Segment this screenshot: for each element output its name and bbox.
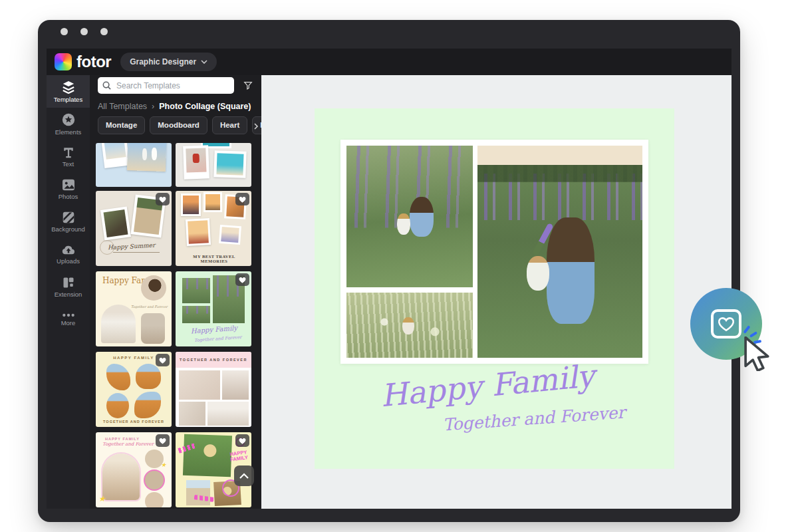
heart-icon — [159, 357, 166, 364]
decorative-photo — [106, 393, 129, 418]
decorative-photo — [100, 143, 130, 168]
mode-label: Graphic Designer — [130, 57, 196, 66]
decorative-photo — [100, 206, 131, 240]
decorative-photo — [141, 275, 166, 301]
thumbnail-caption: MY BEST TRAVEL MEMORIES — [180, 254, 249, 263]
heart-frame-icon — [711, 309, 741, 338]
collage-photo-bottom-left[interactable] — [346, 293, 473, 358]
decorative-photo — [136, 364, 161, 389]
collage-frame[interactable] — [340, 140, 648, 364]
template-thumbnail-beach-blue[interactable] — [96, 143, 172, 187]
heart-icon — [718, 316, 735, 332]
heart-icon — [239, 438, 246, 444]
decorative-photo — [203, 192, 222, 212]
sidebar-item-extension[interactable]: Extension — [47, 271, 90, 303]
collage-photo-top-left[interactable] — [346, 146, 473, 287]
template-thumbnail-lupine-mint[interactable]: Happy Family Together and Forever — [176, 271, 251, 346]
template-thumbnail-beach-polaroids[interactable] — [176, 143, 251, 187]
heart-icon — [239, 277, 246, 283]
window-control-dot[interactable] — [100, 28, 108, 35]
thumbnail-caption: Happy Summer — [108, 241, 168, 251]
decorative-photo — [145, 492, 164, 507]
favorite-badge[interactable] — [235, 434, 249, 447]
favorite-badge[interactable] — [156, 193, 170, 205]
decorative-photo — [181, 194, 201, 216]
decorative-photo — [145, 471, 164, 489]
decorative-photo — [183, 434, 232, 477]
sidebar-item-text[interactable]: Text — [47, 140, 90, 173]
sidebar-item-uploads[interactable]: Uploads — [47, 238, 90, 271]
thumbnail-caption: Happy Family — [184, 324, 245, 335]
thumbnail-caption: HAPPY FAMILY — [227, 450, 251, 463]
decorative-photo — [106, 364, 130, 390]
decorative-photo — [222, 370, 249, 400]
decorative-photo — [101, 305, 136, 343]
decorative-photo — [219, 225, 241, 245]
favorite-badge[interactable] — [156, 354, 170, 366]
thumbnail-caption: HAPPY FAMILY — [105, 437, 140, 441]
favorite-badge[interactable] — [235, 193, 249, 205]
desktop: fotor Graphic Designer Templates — [0, 0, 798, 532]
app-window: fotor Graphic Designer Templates — [38, 20, 740, 522]
decorative-photo — [127, 143, 167, 172]
text-icon — [63, 146, 74, 158]
heart-icon — [239, 196, 246, 203]
mouse-cursor-icon — [743, 336, 774, 371]
decorative-photo — [186, 480, 210, 505]
design-canvas[interactable]: Happy Family Together and Forever — [261, 75, 732, 509]
template-thumbnail-poppy-field[interactable]: HAPPY FAMILY TOGETHER AND FOREVER — [96, 352, 172, 427]
photo-icon — [62, 179, 75, 191]
tool-sidebar: Templates Elements Text Photos — [47, 75, 90, 509]
thumbnail-subcaption: Together and Forever — [194, 334, 250, 343]
template-thumbnail-family-cream[interactable]: Happy Family Together and Forever — [96, 271, 172, 346]
scroll-to-top-button[interactable] — [234, 466, 254, 486]
templates-panel: All Templates › Photo Collage (Square) M… — [90, 75, 261, 509]
favorite-badge[interactable] — [156, 434, 170, 447]
star-doodle: ★ — [98, 494, 106, 503]
background-icon — [63, 211, 74, 223]
extension-icon — [63, 277, 74, 289]
decorative-photo — [183, 145, 209, 179]
decorative-photo — [102, 454, 140, 500]
layers-icon — [61, 80, 76, 94]
decorative-photo — [182, 306, 210, 323]
collage-photo-right[interactable] — [477, 146, 642, 358]
decorative-photo — [179, 402, 205, 426]
heart-icon — [159, 196, 166, 203]
artboard[interactable]: Happy Family Together and Forever — [315, 108, 674, 469]
chevron-up-icon — [239, 473, 249, 479]
sidebar-item-templates[interactable]: Templates — [47, 75, 90, 108]
window-control-dot[interactable] — [61, 28, 68, 35]
template-thumbnail-happy-summer[interactable]: Happy Summer — [96, 191, 172, 266]
template-grid: Happy Summer MY BEST TRAVEL MEMORIES — [90, 75, 261, 509]
star-circle-icon — [62, 113, 75, 126]
lupine-flower-shape — [533, 223, 554, 256]
decorative-shape — [113, 252, 160, 254]
decorative-photo — [134, 392, 161, 418]
sidebar-item-elements[interactable]: Elements — [47, 108, 90, 140]
thumbnail-subcaption: Together and Forever — [102, 442, 154, 447]
favorite-badge[interactable] — [235, 273, 249, 286]
thumbnail-caption: TOGETHER AND FOREVER — [176, 358, 251, 362]
sidebar-item-more[interactable]: More — [47, 303, 90, 336]
ellipsis-icon — [62, 313, 75, 317]
sidebar-item-background[interactable]: Background — [47, 205, 90, 238]
decorative-photo — [182, 278, 210, 303]
brand-wordmark: fotor — [76, 53, 111, 71]
window-control-dot[interactable] — [80, 28, 88, 35]
sidebar-item-photos[interactable]: Photos — [47, 173, 90, 205]
cloud-upload-icon — [62, 244, 75, 255]
thumbnail-subcaption: Together and Forever — [131, 305, 168, 309]
thumbnail-subcaption: TOGETHER AND FOREVER — [96, 420, 172, 424]
template-thumbnail-travel-memories[interactable]: MY BEST TRAVEL MEMORIES — [176, 191, 251, 266]
decorative-photo — [207, 402, 249, 426]
template-thumbnail-pink-forever[interactable]: TOGETHER AND FOREVER — [176, 352, 251, 427]
template-thumbnail-circles-cream[interactable]: HAPPY FAMILY Together and Forever ★ ★ — [96, 432, 172, 507]
decorative-photo — [186, 218, 211, 246]
decorative-photo — [179, 370, 220, 400]
graphic-designer-dropdown[interactable]: Graphic Designer — [120, 53, 217, 71]
fotor-logo-icon[interactable] — [55, 53, 72, 70]
decorative-photo — [213, 150, 246, 178]
window-titlebar — [61, 28, 108, 35]
star-doodle: ★ — [161, 462, 166, 468]
